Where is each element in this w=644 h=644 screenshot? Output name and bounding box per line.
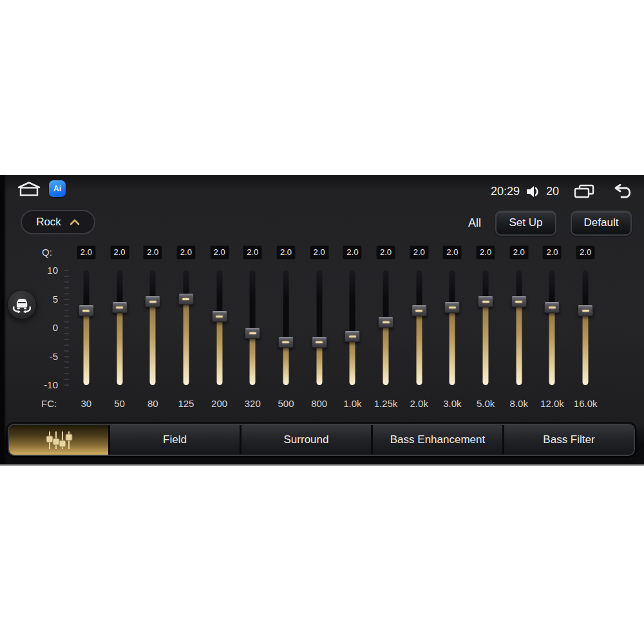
car-surround-button[interactable] [7,290,37,319]
ai-assistant-icon[interactable]: Ai [49,180,66,197]
slider-handle[interactable] [345,331,360,342]
q-value-badge[interactable]: 2.0 [476,245,495,260]
axis-tick [64,310,69,311]
freq-label: 12.0k [536,398,569,409]
q-value-badge[interactable]: 2.0 [542,245,562,260]
slider-handle[interactable] [511,296,527,307]
q-cell: 2.0 [269,245,303,260]
axis-label: -10 [31,379,58,391]
slider-fill [216,316,222,385]
q-value-badge[interactable]: 2.0 [77,245,96,260]
slider-handle[interactable] [178,294,194,305]
slider-fill [283,342,289,385]
q-value-badge[interactable]: 2.0 [310,245,329,260]
q-cell: 2.0 [136,245,169,260]
tab-label: Bass Filter [543,433,594,446]
default-button[interactable]: Default [571,211,632,236]
slider-handle[interactable] [544,302,560,313]
eq-band-slider[interactable] [336,270,370,385]
q-value-badge[interactable]: 2.0 [176,245,196,260]
slider-fill [516,302,522,385]
tab-label: Surround [284,433,329,446]
equalizer-sliders-icon [44,430,73,450]
status-bar-left: Ai [17,180,66,197]
volume-icon[interactable] [526,185,540,198]
eq-band-slider[interactable] [136,270,169,385]
q-value-badge[interactable]: 2.0 [442,245,462,260]
handle-dash [582,310,589,312]
q-value-badge[interactable]: 2.0 [509,245,529,260]
eq-band-slider[interactable] [536,270,569,385]
tab-field[interactable]: Field [108,425,240,455]
recent-apps-icon[interactable] [574,184,594,199]
slider-handle[interactable] [112,302,128,313]
eq-band-slider[interactable] [402,270,436,385]
q-value-badge[interactable]: 2.0 [376,245,395,260]
handle-dash [82,310,90,312]
q-value-badge[interactable]: 2.0 [243,245,262,260]
slider-handle[interactable] [312,337,327,348]
q-cell: 2.0 [303,245,336,260]
eq-band-slider[interactable] [103,270,137,385]
axis-tick [64,281,69,283]
slider-fill [383,322,389,385]
q-cell: 2.0 [169,245,203,260]
q-value-badge[interactable]: 2.0 [110,245,129,260]
q-value-badge[interactable]: 2.0 [210,245,229,260]
slider-handle[interactable] [578,305,593,316]
q-value-badge[interactable]: 2.0 [276,245,296,260]
tab-equalizer[interactable] [9,425,108,455]
freq-label: 50 [103,398,137,409]
freq-label: 1.0k [336,398,370,409]
axis-label: 10 [31,265,58,276]
slider-handle[interactable] [145,296,160,307]
handle-dash [449,307,456,308]
slider-handle[interactable] [245,328,260,339]
axis-tick [64,316,69,317]
eq-band-slider[interactable] [70,270,103,385]
q-value-badge[interactable]: 2.0 [410,245,429,260]
slider-fill [483,302,489,385]
slider-fill [150,302,156,385]
slider-handle[interactable] [478,296,493,307]
eq-band-slider[interactable] [169,270,203,385]
slider-handle[interactable] [79,305,94,316]
tab-bass-enhancement[interactable]: Bass Enhancement [371,425,502,455]
handle-dash [383,321,390,323]
eq-band-slider[interactable] [469,270,502,385]
handle-dash [249,332,256,334]
q-row-label: Q: [42,247,52,258]
q-value-badge[interactable]: 2.0 [343,245,362,260]
tab-surround[interactable]: Surround [240,425,371,455]
axis-tick [64,270,69,271]
eq-band-slider[interactable] [569,270,602,385]
handle-dash [316,341,323,343]
eq-band-slider[interactable] [502,270,536,385]
q-value-badge[interactable]: 2.0 [576,245,595,260]
eq-band-slider[interactable] [436,270,469,385]
q-value-badge[interactable]: 2.0 [143,245,162,260]
tab-label: Bass Enhancement [390,433,485,446]
preset-selector[interactable]: Rock [21,210,95,234]
eq-band-slider[interactable] [303,270,336,385]
back-icon[interactable] [612,184,634,198]
axis-tick [64,321,69,323]
slider-handle[interactable] [278,337,294,348]
eq-band-slider[interactable] [203,270,236,385]
all-button[interactable]: All [468,216,481,230]
bottom-tab-bar: FieldSurroundBass EnhancementBass Filter [8,424,635,456]
eq-band-slider[interactable] [369,270,402,385]
slider-handle[interactable] [412,305,427,316]
eq-band-slider[interactable] [269,270,303,385]
slider-fill [450,308,455,385]
slider-handle[interactable] [378,317,393,328]
slider-handle[interactable] [444,302,460,313]
eq-band-slider[interactable] [236,270,269,385]
home-icon[interactable] [17,181,41,197]
setup-button[interactable]: Set Up [495,211,556,236]
slider-handle[interactable] [212,311,227,322]
q-cell: 2.0 [103,245,137,260]
clock: 20:29 [491,185,520,198]
axis-tick [64,361,69,363]
tab-bass-filter[interactable]: Bass Filter [502,425,634,455]
